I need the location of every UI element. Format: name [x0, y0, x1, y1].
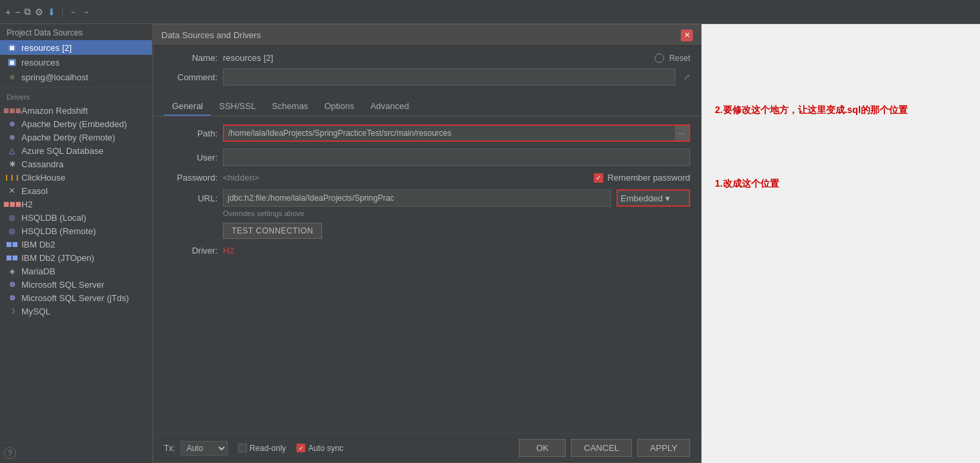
path-row: Path: ··· — [164, 124, 690, 142]
path-browse-button[interactable]: ··· — [674, 126, 689, 141]
exasol-icon: ✕ — [7, 185, 17, 196]
user-label: User: — [164, 153, 218, 163]
driver-label-mssql: Microsoft SQL Server — [21, 280, 104, 290]
driver-azure[interactable]: △ Azure SQL Database — [0, 144, 152, 157]
driver-row: Driver: H2 — [164, 246, 690, 256]
driver-label: Driver: — [164, 246, 218, 256]
mariadb-icon: ◈ — [7, 266, 17, 276]
driver-clickhouse[interactable]: ❙❙❙ ClickHouse — [0, 171, 152, 184]
autosync-checkbox[interactable]: ✓ — [297, 444, 305, 452]
driver-derby-remote[interactable]: ❁ Apache Derby (Remote) — [0, 130, 152, 144]
reset-link[interactable]: Reset — [669, 54, 690, 63]
remember-checkbox[interactable]: ✓ — [594, 173, 603, 183]
add-icon[interactable]: + — [5, 7, 11, 17]
path-label: Path: — [164, 128, 218, 138]
driver-ibm-jtopen[interactable]: ▦▦ IBM Db2 (JTOpen) — [0, 251, 152, 264]
tx-label: Tx: — [164, 444, 175, 453]
cancel-button[interactable]: CANCEL — [571, 439, 632, 457]
expand-icon[interactable]: ⤢ — [683, 72, 690, 82]
url-label: URL: — [164, 193, 218, 203]
tab-general[interactable]: General — [164, 98, 211, 116]
tab-options[interactable]: Options — [316, 98, 362, 116]
driver-h2[interactable]: ▦▦▦ H2 — [0, 197, 152, 211]
readonly-label: Read-only — [250, 444, 287, 453]
reset-circle-icon — [655, 54, 664, 63]
comment-row: Comment: ⤢ — [164, 68, 690, 86]
url-input[interactable] — [223, 189, 611, 207]
driver-label-mysql: MySQL — [21, 306, 50, 316]
remember-label: Remember password — [607, 173, 690, 183]
help-icon[interactable]: ? — [4, 447, 16, 459]
driver-label-mariadb: MariaDB — [21, 266, 56, 276]
driver-mysql[interactable]: ☽ MySQL — [0, 304, 152, 318]
path-input[interactable] — [224, 128, 674, 138]
copy-icon[interactable]: ⧉ — [24, 6, 31, 17]
sidebar-item-label-3: spring@localhost — [21, 72, 88, 82]
driver-hsqldb-local[interactable]: ◎ HSQLDB (Local) — [0, 211, 152, 224]
comment-input[interactable] — [223, 68, 675, 86]
autosync-row: ✓ Auto sync — [297, 444, 343, 453]
db-icon: ▦ — [7, 42, 17, 53]
driver-mariadb[interactable]: ◈ MariaDB — [0, 264, 152, 278]
sidebar-item-label-2: resources — [21, 58, 60, 68]
url-type-dropdown[interactable]: Embedded ▾ — [617, 189, 690, 207]
spring-icon: ❋ — [7, 72, 17, 82]
driver-hsqldb-remote[interactable]: ◎ HSQLDB (Remote) — [0, 224, 152, 238]
driver-ibm-db2[interactable]: ▦▦ IBM Db2 — [0, 238, 152, 251]
driver-derby-embedded[interactable]: ❁ Apache Derby (Embedded) — [0, 117, 152, 130]
tabs-row: General SSH/SSL Schemas Options Advanced — [153, 98, 701, 116]
remember-checkbox-row: ✓ Remember password — [594, 173, 690, 183]
form-area: Name: resources [2] Reset Comment: ⤢ — [153, 46, 701, 95]
name-value: resources [2] — [223, 53, 649, 63]
driver-cassandra[interactable]: ✱ Cassandra — [0, 157, 152, 171]
driver-label-mssql-jtds: Microsoft SQL Server (jTds) — [21, 293, 129, 303]
mssql-jtds-icon: ❁ — [7, 292, 17, 303]
amazon-icon: ▦▦▦ — [7, 105, 17, 116]
annotation-text-1: 1.改成这个位置 — [715, 178, 779, 190]
tab-sshssl[interactable]: SSH/SSL — [211, 98, 264, 116]
driver-label-clickhouse: ClickHouse — [21, 173, 66, 183]
driver-exasol[interactable]: ✕ Exasol — [0, 184, 152, 197]
name-label: Name: — [164, 53, 218, 63]
hsqldb-remote-icon: ◎ — [7, 225, 17, 236]
url-type-value: Embedded — [621, 193, 663, 203]
sidebar-item-label: resources [2] — [21, 43, 72, 53]
sidebar-item-spring[interactable]: ❋ spring@localhost — [0, 70, 152, 84]
download-icon[interactable]: ⬇ — [48, 7, 56, 17]
settings-icon[interactable]: ⚙ — [35, 7, 44, 17]
tx-dropdown[interactable]: Auto Manual — [181, 441, 228, 456]
readonly-checkbox[interactable] — [238, 444, 247, 452]
driver-amazon[interactable]: ▦▦▦ Amazon Redshift — [0, 104, 152, 117]
tab-advanced[interactable]: Advanced — [362, 98, 417, 116]
ok-button[interactable]: OK — [519, 439, 566, 457]
tab-schemas[interactable]: Schemas — [264, 98, 316, 116]
driver-label-hsqldb-remote: HSQLDB (Remote) — [21, 226, 96, 236]
driver-label-ibm: IBM Db2 — [21, 240, 56, 250]
sidebar-item-resources[interactable]: ▦ resources — [0, 55, 152, 70]
driver-mssql-jtds[interactable]: ❁ Microsoft SQL Server (jTds) — [0, 291, 152, 304]
drivers-section-label: Drivers — [0, 87, 152, 104]
tab-content-general: Path: ··· User: Password: <hidden> — [153, 116, 701, 433]
azure-icon: △ — [7, 145, 17, 156]
annotation-area: 1.改成这个位置 2.要修改这个地方，让这里变成.sql的那个位置 — [702, 24, 980, 463]
driver-label-derby-emb: Apache Derby (Embedded) — [21, 119, 127, 129]
name-row: Name: resources [2] Reset — [164, 53, 690, 63]
remove-icon[interactable]: − — [15, 7, 20, 17]
forward-arrow-icon[interactable]: → — [82, 7, 90, 17]
user-input[interactable] — [223, 149, 690, 166]
driver-label-h2: H2 — [21, 199, 33, 209]
password-value: <hidden> — [223, 173, 403, 183]
dialog-close-button[interactable]: ✕ — [681, 29, 693, 41]
test-connection-button[interactable]: TEST CONNECTION — [223, 223, 322, 239]
derby-embed-icon: ❁ — [7, 118, 17, 129]
apply-button[interactable]: APPLY — [637, 439, 690, 457]
driver-value: H2 — [223, 246, 234, 256]
clickhouse-icon: ❙❙❙ — [7, 172, 17, 183]
annotation-text-2: 2.要修改这个地方，让这里变成.sql的那个位置 — [715, 104, 908, 116]
dialog-titlebar: Data Sources and Drivers ✕ — [153, 25, 701, 46]
sidebar-item-resources2[interactable]: ▦ resources [2] — [0, 40, 152, 55]
driver-mssql[interactable]: ❁ Microsoft SQL Server — [0, 278, 152, 291]
ibm-jtopen-icon: ▦▦ — [7, 252, 17, 263]
back-arrow-icon[interactable]: ← — [70, 7, 78, 17]
driver-label-ibm-jtopen: IBM Db2 (JTOpen) — [21, 253, 94, 263]
